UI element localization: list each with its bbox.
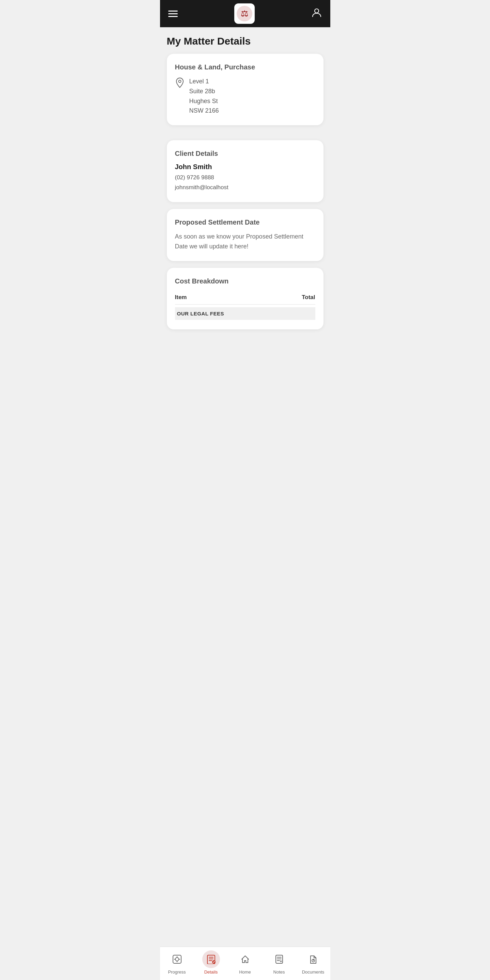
progress-nav-bg [168, 950, 186, 968]
menu-button[interactable] [168, 11, 178, 17]
documents-nav-label: Documents [302, 969, 324, 975]
property-card: House & Land, Purchase Level 1 Suite 28b… [167, 54, 324, 125]
client-contact: (02) 9726 9888 johnsmith@localhost [175, 173, 315, 192]
details-nav-label: Details [204, 969, 218, 975]
nav-item-home[interactable]: Home [233, 950, 257, 975]
home-nav-label: Home [239, 969, 251, 975]
cost-breakdown-card: Cost Breakdown Item Total OUR LEGAL FEES [167, 268, 324, 329]
home-nav-bg [236, 950, 254, 968]
logo-svg: ⚖ [236, 5, 253, 22]
settlement-description: As soon as we know your Proposed Settlem… [175, 232, 315, 251]
details-nav-bg [202, 950, 220, 968]
app-header: ⚖ [160, 0, 330, 27]
svg-text:⚖: ⚖ [241, 8, 248, 18]
documents-nav-bg [305, 950, 322, 968]
location-pin-icon [175, 77, 185, 91]
client-name: John Smith [175, 163, 315, 171]
notes-icon [275, 955, 284, 964]
property-card-wrapper: House & Land, Purchase Level 1 Suite 28b… [167, 54, 324, 125]
app-logo: ⚖ [234, 3, 255, 24]
property-address-text: Level 1 Suite 28b Hughes St NSW 2166 [189, 76, 219, 116]
notes-nav-label: Notes [273, 969, 285, 975]
cost-table-header: Item Total [175, 291, 315, 305]
client-card-title: Client Details [175, 150, 315, 158]
cost-col-item: Item [175, 294, 187, 301]
cost-card-title: Cost Breakdown [175, 277, 315, 285]
progress-nav-label: Progress [168, 969, 185, 975]
property-address: Level 1 Suite 28b Hughes St NSW 2166 [175, 76, 315, 116]
bottom-nav: Progress Details Home [160, 947, 330, 980]
svg-point-2 [314, 9, 319, 13]
cost-col-total: Total [302, 294, 315, 301]
settlement-card-title: Proposed Settlement Date [175, 218, 315, 226]
nav-item-documents[interactable]: Documents [302, 950, 325, 975]
property-card-title: House & Land, Purchase [175, 63, 315, 71]
page-title: My Matter Details [167, 35, 324, 47]
details-icon [206, 955, 216, 964]
nav-item-progress[interactable]: Progress [165, 950, 189, 975]
progress-icon [172, 955, 182, 964]
client-details-card: Client Details John Smith (02) 9726 9888… [167, 140, 324, 202]
client-email: johnsmith@localhost [175, 184, 228, 191]
nav-item-notes[interactable]: Notes [267, 950, 291, 975]
notes-nav-bg [270, 950, 288, 968]
documents-icon [308, 955, 318, 964]
cost-section-label: OUR LEGAL FEES [175, 307, 315, 320]
svg-point-5 [176, 958, 179, 961]
settlement-card: Proposed Settlement Date As soon as we k… [167, 209, 324, 261]
main-content: My Matter Details House & Land, Purchase… [160, 27, 330, 370]
home-icon [240, 955, 250, 964]
svg-point-3 [179, 80, 181, 83]
client-phone: (02) 9726 9888 [175, 174, 214, 181]
user-profile-button[interactable] [311, 7, 322, 21]
nav-item-details[interactable]: Details [199, 950, 223, 975]
